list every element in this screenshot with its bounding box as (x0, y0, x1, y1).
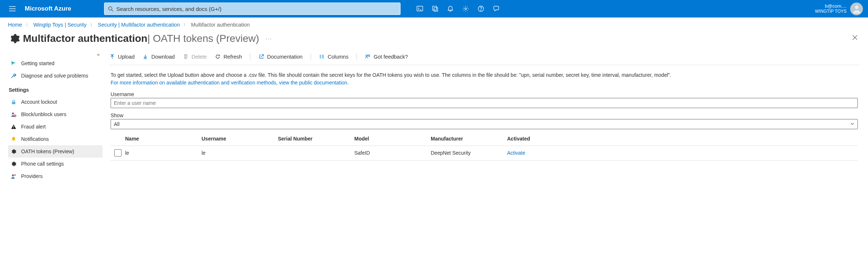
intro-paragraph: To get started, select the Upload button… (109, 65, 859, 87)
columns-icon (319, 54, 325, 60)
col-header-name[interactable]: Name (125, 136, 202, 142)
toolbar-separator (311, 53, 311, 60)
toolbar-label: Columns (328, 54, 349, 60)
sidebar-section-settings: Settings (8, 82, 103, 96)
col-header-manufacturer[interactable]: Manufacturer (431, 136, 507, 142)
cloud-shell-icon[interactable] (412, 0, 427, 17)
col-header-username[interactable]: Username (202, 136, 278, 142)
sidebar-item-oath-tokens[interactable]: OATH tokens (Preview) (8, 145, 103, 158)
toolbar-label: Upload (118, 54, 135, 60)
external-link-icon (258, 54, 264, 60)
settings-icon[interactable] (458, 0, 473, 17)
sidebar-item-notifications[interactable]: Notifications (8, 133, 103, 145)
svg-rect-4 (434, 8, 438, 11)
cell-model: SafeID (354, 150, 431, 156)
search-input[interactable] (116, 6, 397, 12)
search-box[interactable] (104, 3, 401, 15)
sidebar: « Getting started Diagnose and solve pro… (8, 48, 103, 182)
columns-button[interactable]: Columns (319, 54, 349, 60)
show-select[interactable]: All (111, 119, 858, 129)
col-header-activated[interactable]: Activated (507, 136, 584, 142)
feedback-button[interactable]: Got feedback? (365, 54, 408, 60)
toolbar-separator (357, 53, 357, 60)
intro-doc-link[interactable]: For more information on available authen… (111, 79, 349, 86)
svg-point-10 (12, 112, 14, 114)
row-checkbox[interactable] (114, 149, 122, 157)
global-search (104, 3, 401, 15)
breadcrumb: Home 〉 Wingtip Toys | Security 〉 Securit… (0, 17, 868, 30)
sidebar-item-providers[interactable]: Providers (8, 170, 103, 182)
sidebar-item-label: OATH tokens (Preview) (21, 149, 74, 154)
activate-link[interactable]: Activate (507, 150, 584, 156)
page-subtitle: | OATH tokens (Preview) (147, 33, 259, 44)
main-panel: Upload Download Delete Refresh (103, 48, 868, 182)
refresh-button[interactable]: Refresh (215, 54, 242, 60)
account-org: WINGTIP TOYS (815, 9, 847, 14)
avatar[interactable] (850, 3, 863, 15)
table-row[interactable]: le le SafeID DeepNet Security Activate (111, 146, 858, 161)
svg-point-15 (12, 174, 14, 176)
collapse-sidebar-icon[interactable]: « (8, 52, 103, 57)
search-icon (108, 6, 114, 12)
chevron-right-icon: 〉 (26, 22, 30, 28)
bell-icon (10, 136, 17, 142)
notifications-icon[interactable] (443, 0, 458, 17)
sidebar-item-block-users[interactable]: Block/unblock users (8, 108, 103, 120)
lock-icon (10, 99, 17, 105)
chevron-right-icon: 〉 (183, 22, 187, 28)
breadcrumb-item-2[interactable]: Security | Multifactor authentication (98, 22, 180, 28)
breadcrumb-item-1[interactable]: Wingtip Toys | Security (33, 22, 87, 28)
documentation-button[interactable]: Documentation (258, 54, 303, 60)
svg-rect-9 (12, 102, 15, 104)
svg-point-8 (855, 5, 859, 9)
brand-label[interactable]: Microsoft Azure (25, 5, 71, 12)
toolbar-label: Download (151, 54, 175, 60)
help-icon[interactable] (473, 0, 489, 17)
sidebar-item-label: Providers (21, 173, 43, 179)
upload-icon (109, 54, 115, 60)
account-area[interactable]: b@com.... WINGTIP TOYS (815, 3, 863, 15)
flag-icon (10, 60, 17, 67)
svg-point-7 (481, 10, 481, 10)
sidebar-item-label: Phone call settings (21, 161, 64, 167)
upload-button[interactable]: Upload (109, 54, 135, 60)
sidebar-item-getting-started[interactable]: Getting started (8, 57, 103, 70)
intro-text: To get started, select the Upload button… (111, 72, 671, 78)
svg-rect-13 (13, 126, 13, 127)
download-button[interactable]: Download (143, 54, 175, 60)
svg-point-0 (108, 7, 112, 10)
sidebar-item-phone-call[interactable]: Phone call settings (8, 158, 103, 170)
close-icon[interactable] (850, 32, 860, 44)
chevron-right-icon: 〉 (90, 22, 94, 28)
token-table: Name Username Serial Number Model Manufa… (111, 132, 858, 161)
sidebar-item-label: Diagnose and solve problems (21, 73, 88, 79)
chevron-down-icon (850, 121, 855, 127)
sidebar-item-label: Fraud alert (21, 124, 46, 130)
svg-rect-2 (417, 6, 423, 11)
feedback-icon[interactable] (489, 0, 504, 17)
more-menu-icon[interactable]: ··· (266, 36, 272, 41)
sidebar-item-fraud-alert[interactable]: Fraud alert (8, 120, 103, 133)
feedback-person-icon (365, 54, 371, 60)
sidebar-item-label: Block/unblock users (21, 111, 67, 117)
sidebar-item-diagnose[interactable]: Diagnose and solve problems (8, 70, 103, 82)
sidebar-item-account-lockout[interactable]: Account lockout (8, 96, 103, 108)
svg-line-12 (14, 115, 16, 116)
account-email: b@com.... (815, 4, 847, 9)
svg-line-1 (111, 9, 113, 11)
sidebar-item-label: Getting started (21, 60, 55, 66)
toolbar: Upload Download Delete Refresh (109, 48, 859, 65)
svg-point-5 (465, 8, 466, 10)
gear-icon (10, 161, 17, 167)
username-input[interactable] (111, 98, 858, 108)
svg-point-16 (14, 174, 16, 175)
breadcrumb-home[interactable]: Home (8, 22, 22, 28)
copilot-icon[interactable] (427, 0, 443, 17)
page-title: Multifactor authentication (23, 33, 147, 44)
svg-point-17 (366, 55, 367, 56)
hamburger-menu-icon[interactable] (5, 6, 20, 11)
show-label: Show (111, 112, 858, 118)
user-icon (10, 173, 17, 179)
col-header-model[interactable]: Model (354, 136, 431, 142)
col-header-serial[interactable]: Serial Number (278, 136, 354, 142)
